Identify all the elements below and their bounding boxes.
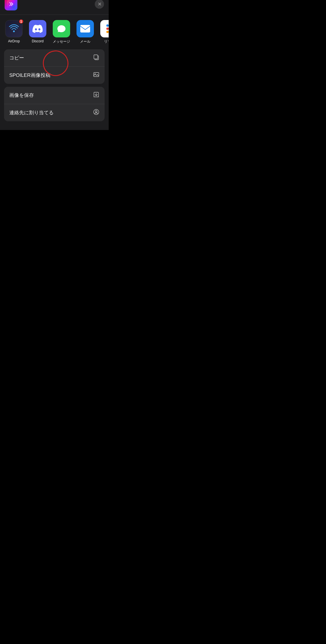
copy-icon (93, 54, 99, 62)
spoiler-label: SPOILER画像投稿 (9, 72, 50, 79)
assign-contact-label: 連絡先に割り当てる (9, 109, 54, 116)
discord-icon-wrap (29, 20, 46, 37)
airdrop-label: AirDrop (8, 39, 20, 43)
airdrop-icon-wrap: 1 (5, 20, 23, 37)
shortcuts-app-icon (5, 0, 17, 10)
reminder-icon (100, 20, 109, 37)
copy-label: コピー (9, 55, 24, 61)
svg-rect-2 (80, 25, 90, 32)
airdrop-badge: 1 (19, 19, 24, 24)
discord-label: Discord (32, 39, 44, 43)
save-icon (93, 91, 99, 99)
svg-rect-4 (94, 55, 98, 59)
messages-icon-wrap (53, 20, 70, 37)
action-copy[interactable]: コピー (4, 49, 105, 66)
share-app-row: 1 AirDrop Discord (0, 15, 109, 46)
mail-icon-wrap (77, 20, 94, 37)
close-button[interactable]: ✕ (95, 0, 104, 9)
action-group-2: 画像を保存 連絡先に割り当てる (4, 87, 105, 121)
svg-point-9 (95, 111, 97, 112)
share-mail[interactable]: メール (76, 20, 94, 44)
messages-icon (53, 20, 70, 37)
image-icon (93, 71, 99, 79)
save-image-label: 画像を保存 (9, 92, 34, 99)
share-header: ✕ (0, 0, 109, 15)
reminder-dots (105, 23, 109, 34)
reminder-label: リマ... (104, 39, 109, 44)
action-assign-contact[interactable]: 連絡先に割り当てる (4, 104, 105, 121)
action-spoiler[interactable]: SPOILER画像投稿 (4, 66, 105, 84)
svg-point-1 (13, 30, 15, 32)
share-sheet: ✕ 1 AirDrop (0, 0, 109, 130)
messages-label: メッセージ (53, 39, 70, 44)
share-reminder[interactable]: リマ... (100, 20, 109, 44)
svg-rect-5 (94, 73, 99, 77)
action-group-1: コピー SPOILER画像投稿 (4, 49, 105, 84)
share-airdrop[interactable]: 1 AirDrop (5, 20, 23, 44)
discord-icon (29, 20, 46, 37)
mail-icon (77, 20, 94, 37)
reminder-icon-wrap (100, 20, 109, 37)
mail-label: メール (80, 39, 90, 44)
contact-icon (93, 109, 99, 117)
action-save-image[interactable]: 画像を保存 (4, 87, 105, 104)
share-messages[interactable]: メッセージ (52, 20, 71, 44)
share-discord[interactable]: Discord (28, 20, 47, 44)
